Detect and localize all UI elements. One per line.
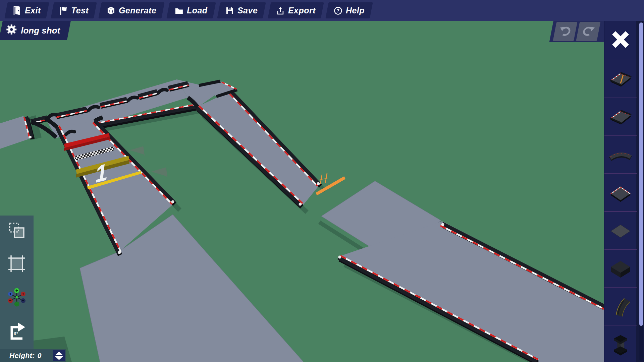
move-gizmo-tool[interactable] <box>6 287 28 309</box>
piece-road-straight-boost[interactable] <box>604 60 637 98</box>
question-icon: ? <box>334 6 342 15</box>
piece-block-raised[interactable] <box>604 250 637 288</box>
height-down-icon[interactable] <box>55 356 63 360</box>
duplicate-selection-tool[interactable] <box>6 220 28 242</box>
save-button-label: Save <box>237 6 258 15</box>
piece-surface-flat[interactable] <box>604 212 637 250</box>
undo-arrow-icon <box>557 25 573 38</box>
piece-palette <box>604 21 644 362</box>
edit-tools: 0° <box>0 216 34 349</box>
export-button[interactable]: Export <box>268 2 324 18</box>
history-controls <box>549 21 608 42</box>
save-button[interactable]: Save <box>217 2 266 18</box>
duplicate-icon <box>7 221 26 241</box>
piece-pillar[interactable] <box>604 325 637 362</box>
svg-text:?: ? <box>337 8 340 13</box>
rotate-tool[interactable]: 0° <box>6 321 28 342</box>
move-gizmo-icon <box>7 288 26 308</box>
folder-icon <box>175 6 183 15</box>
svg-text:0°: 0° <box>14 331 18 336</box>
piece-road-curve[interactable] <box>604 136 637 174</box>
gear-icon <box>6 24 17 37</box>
dice-icon <box>107 6 115 15</box>
height-stepper[interactable] <box>53 350 65 361</box>
export-button-label: Export <box>288 6 316 15</box>
height-control: Height: 0 <box>0 349 66 362</box>
generate-button[interactable]: Generate <box>99 2 165 18</box>
flag-icon <box>59 6 68 15</box>
test-button-label: Test <box>71 6 89 15</box>
height-value: 0 <box>38 352 42 360</box>
track-name-label: long shot <box>21 25 60 36</box>
height-up-icon[interactable] <box>55 352 63 355</box>
area-frame-icon <box>7 254 26 275</box>
exit-button[interactable]: Exit <box>4 2 49 18</box>
close-palette-button[interactable] <box>604 21 637 60</box>
piece-road-corner[interactable] <box>604 174 637 212</box>
close-icon <box>609 28 632 52</box>
export-icon <box>276 6 285 15</box>
floppy-icon <box>225 6 234 15</box>
rotate-icon: 0° <box>7 321 26 342</box>
door-icon <box>13 6 21 15</box>
piece-road-straight[interactable] <box>604 98 637 136</box>
track-editor-window: 1 Exit <box>0 0 644 362</box>
load-button[interactable]: Load <box>166 2 216 18</box>
test-button[interactable]: Test <box>51 2 97 18</box>
help-button[interactable]: ? Help <box>325 2 373 18</box>
track-settings-chip[interactable]: long shot <box>0 21 71 40</box>
generate-button-label: Generate <box>119 6 156 15</box>
main-toolbar: Exit Test Generate <box>0 0 644 21</box>
palette-scrollbar[interactable] <box>639 22 643 361</box>
load-button-label: Load <box>187 6 208 15</box>
undo-button[interactable] <box>553 22 577 41</box>
help-button-label: Help <box>346 6 365 15</box>
editor-viewport[interactable]: 1 <box>0 0 644 362</box>
exit-button-label: Exit <box>25 6 41 15</box>
palette-scrollbar-thumb[interactable] <box>639 22 643 326</box>
piece-wall-curved[interactable] <box>604 288 637 325</box>
redo-button[interactable] <box>576 22 600 41</box>
height-label: Height: <box>9 352 35 360</box>
area-select-tool[interactable] <box>6 254 28 275</box>
redo-arrow-icon <box>581 25 596 38</box>
